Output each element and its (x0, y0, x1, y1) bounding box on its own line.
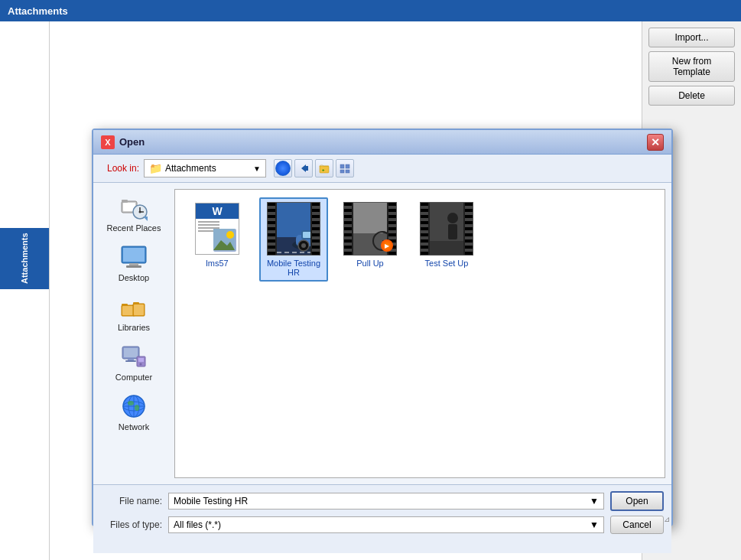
dialog-body: Recent Places Desktop (93, 183, 671, 484)
file-name-dropdown-arrow: ▼ (590, 496, 599, 506)
attachments-tab[interactable]: Attachments (0, 228, 49, 289)
svg-rect-17 (123, 248, 145, 262)
svg-rect-25 (134, 304, 144, 315)
video-play-button: ▶ (381, 239, 393, 252)
svg-marker-0 (301, 164, 306, 172)
nav-item-network[interactable]: Network (99, 388, 168, 436)
dialog-app-icon: X (101, 135, 115, 149)
dialog-nav: Recent Places Desktop (99, 189, 168, 478)
file-name-label: File name: (101, 496, 162, 506)
svg-rect-48 (303, 232, 310, 238)
dialog-icon-text: X (105, 138, 110, 147)
word-doc-header: W (196, 203, 239, 219)
word-doc-icon: W (195, 203, 239, 255)
doc-line (198, 221, 219, 223)
file-label-lms57: lms57 (206, 259, 228, 268)
nav-item-computer-label: Computer (115, 373, 152, 382)
file-item-mobile-testing-hr[interactable]: Mobile Testing HR (259, 197, 328, 282)
svg-rect-4 (340, 164, 344, 168)
recent-places-svg (120, 194, 148, 221)
open-dialog: X Open ✕ Look in: 📁 Attachments ▼ (92, 129, 673, 526)
svg-rect-5 (346, 164, 349, 168)
look-in-label: Look in: (101, 163, 139, 174)
look-in-dropdown[interactable]: 📁 Attachments ▼ (144, 159, 266, 177)
pull-up-thumbnail: ▶ (343, 202, 397, 256)
svg-rect-29 (125, 360, 136, 362)
file-label-test-set-up: Test Set Up (425, 259, 469, 268)
delete-button[interactable]: Delete (648, 86, 735, 106)
file-label-mobile-testing-hr: Mobile Testing HR (264, 259, 323, 277)
import-button[interactable]: Import... (648, 28, 735, 47)
nav-item-desktop[interactable]: Desktop (99, 239, 168, 287)
computer-icon (120, 343, 148, 370)
svg-rect-7 (346, 170, 349, 173)
computer-svg (120, 343, 148, 370)
main-content: Attachments X Open ✕ Look in: 📁 At (0, 21, 741, 560)
doc-image-placeholder (213, 229, 236, 252)
files-of-type-value: All files (*.*) (174, 519, 221, 530)
nav-item-network-label: Network (119, 422, 149, 431)
desktop-svg (120, 243, 148, 271)
film-strip-left-3 (421, 203, 428, 255)
mobile-testing-hr-thumbnail (267, 202, 320, 256)
svg-text:+: + (322, 168, 325, 172)
new-from-template-button[interactable]: New from Template (648, 51, 735, 82)
network-svg (120, 392, 148, 420)
file-name-value: Mobile Testing HR (174, 496, 248, 506)
svg-rect-9 (122, 200, 128, 203)
word-doc-body (196, 219, 239, 254)
content-area: X Open ✕ Look in: 📁 Attachments ▼ (50, 21, 741, 560)
dialog-title-left: X Open (101, 135, 145, 149)
globe-icon (275, 161, 291, 176)
film-strip-left-2 (344, 203, 352, 255)
file-name-row: File name: Mobile Testing HR ▼ Open (101, 491, 664, 511)
svg-rect-27 (124, 348, 138, 357)
test-set-up-video (420, 202, 473, 256)
folder-new-toolbar-btn[interactable]: + (315, 159, 333, 177)
pull-up-video: ▶ (343, 202, 397, 256)
dialog-close-button[interactable]: ✕ (647, 134, 664, 151)
file-label-pull-up: Pull Up (356, 259, 383, 268)
view-menu-icon (340, 163, 350, 174)
globe-toolbar-btn[interactable] (274, 159, 292, 177)
nav-item-recent-places[interactable]: Recent Places (99, 189, 168, 237)
libraries-icon (120, 293, 148, 321)
libraries-svg (120, 293, 148, 321)
svg-point-39 (135, 405, 139, 411)
file-item-lms57[interactable]: W (183, 197, 252, 282)
cancel-button[interactable]: Cancel (610, 516, 664, 534)
svg-rect-22 (122, 306, 134, 315)
nav-item-libraries[interactable]: Libraries (99, 288, 168, 337)
svg-point-42 (226, 231, 234, 239)
svg-point-68 (447, 213, 458, 223)
recent-places-icon (120, 194, 148, 221)
file-name-input[interactable]: Mobile Testing HR ▼ (168, 493, 604, 510)
landscape-icon (213, 229, 235, 250)
lms57-thumbnail: W (190, 202, 244, 256)
test-set-up-thumbnail (420, 202, 473, 256)
svg-rect-6 (340, 170, 344, 173)
nav-item-recent-places-label: Recent Places (107, 223, 161, 233)
file-item-pull-up[interactable]: ▶ Pull Up (336, 197, 405, 282)
file-item-test-set-up[interactable]: Test Set Up (412, 197, 481, 282)
look-in-value: Attachments (165, 163, 216, 174)
view-menu-toolbar-btn[interactable] (336, 159, 354, 177)
video-content-3 (430, 203, 463, 255)
film-strip-left (268, 203, 275, 255)
svg-rect-67 (430, 241, 463, 255)
svg-point-14 (139, 211, 141, 213)
desktop-icon (120, 243, 148, 271)
folder-icon: 📁 (149, 162, 162, 174)
car-scene-svg (277, 203, 310, 255)
toolbar-icons: + (274, 159, 354, 177)
nav-item-libraries-label: Libraries (118, 323, 150, 332)
left-panel: Attachments (0, 21, 50, 560)
svg-rect-31 (138, 358, 144, 362)
svg-point-51 (301, 243, 306, 248)
open-button[interactable]: Open (610, 491, 664, 511)
files-of-type-input[interactable]: All files (*.*) ▼ (168, 516, 604, 533)
back-toolbar-btn[interactable] (294, 159, 313, 177)
file-type-row: Files of type: All files (*.*) ▼ Cancel (101, 516, 664, 534)
nav-item-computer[interactable]: Computer (99, 338, 168, 386)
new-folder-icon: + (319, 163, 330, 174)
